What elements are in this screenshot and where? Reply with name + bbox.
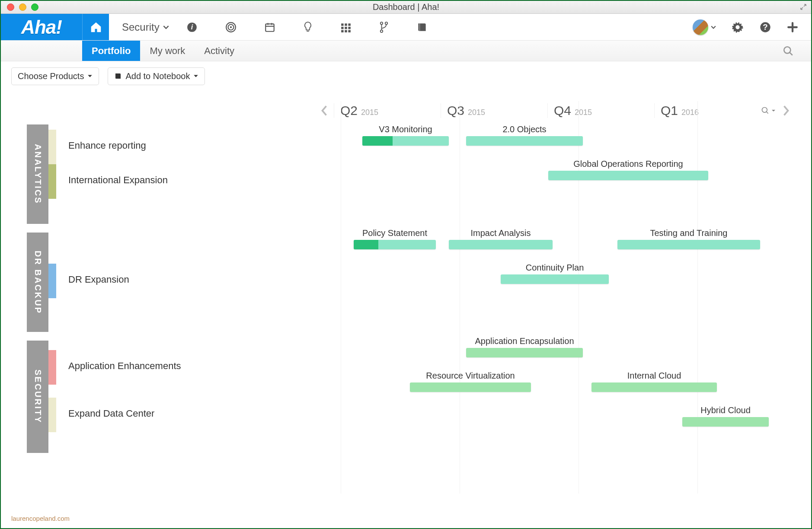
timeline-header: Q22015Q32015Q42015Q12016 [315, 101, 793, 120]
column-divider [341, 101, 341, 494]
add-icon[interactable] [787, 22, 798, 33]
row-label[interactable]: DR Expansion [68, 274, 129, 285]
row-label[interactable]: Expand Data Center [68, 408, 154, 419]
svg-rect-16 [341, 30, 343, 32]
timeline-next-button[interactable] [783, 105, 790, 116]
group-dr-backup[interactable]: DR BACKUP [27, 233, 48, 332]
svg-text:i: i [191, 23, 193, 31]
row-color-tab [48, 164, 56, 199]
svg-rect-15 [348, 26, 350, 29]
svg-line-28 [767, 112, 768, 114]
task-continuity-plan[interactable]: Continuity Plan [501, 263, 609, 284]
home-button[interactable] [82, 14, 109, 40]
chevron-down-icon [193, 73, 198, 79]
calendar-icon[interactable] [264, 22, 275, 33]
choose-products-dropdown[interactable]: Choose Products [11, 67, 99, 85]
chevron-down-icon [771, 108, 776, 113]
svg-point-21 [380, 30, 383, 32]
task-label: V3 Monitoring [362, 124, 449, 134]
timeline-prev-button[interactable] [315, 105, 334, 116]
product-dropdown[interactable]: Security [122, 21, 169, 33]
svg-line-26 [790, 52, 793, 55]
row-label[interactable]: Enhance reporting [68, 140, 146, 151]
task-bar [449, 240, 553, 249]
window-zoom-button[interactable] [31, 3, 38, 11]
product-dropdown-label: Security [122, 21, 160, 33]
choose-products-label: Choose Products [18, 71, 84, 81]
group-security[interactable]: SECURITY [27, 341, 48, 453]
task-bar [617, 240, 760, 249]
search-icon[interactable] [783, 45, 794, 57]
window-title: Dashboard | Aha! [373, 2, 439, 12]
window-close-button[interactable] [7, 3, 14, 11]
task-policy-statement[interactable]: Policy Statement [354, 228, 436, 249]
roadmap-board: V3 Monitoring2.0 ObjectsGlobal Operation… [27, 124, 793, 494]
bulb-icon[interactable] [303, 21, 313, 33]
add-to-notebook-dropdown[interactable]: Add to Notebook [108, 67, 205, 85]
svg-point-4 [230, 26, 232, 28]
task-bar [466, 136, 583, 146]
svg-rect-12 [348, 23, 350, 25]
svg-point-20 [385, 22, 387, 25]
top-nav: Aha! Security i ? [1, 14, 811, 41]
gear-icon[interactable] [732, 21, 744, 33]
group-analytics[interactable]: ANALYTICS [27, 124, 48, 224]
timeline-area[interactable]: V3 Monitoring2.0 ObjectsGlobal Operation… [315, 124, 793, 494]
tab-my-work[interactable]: My work [140, 41, 195, 61]
user-menu[interactable] [693, 19, 716, 35]
row-label[interactable]: Application Enhancements [68, 360, 181, 372]
help-icon[interactable]: ? [759, 21, 771, 33]
task-v3-monitoring[interactable]: V3 Monitoring [362, 124, 449, 146]
tab-activity[interactable]: Activity [195, 41, 244, 61]
task-testing-and-training[interactable]: Testing and Training [617, 228, 760, 249]
grid-icon[interactable] [340, 22, 352, 33]
timeline-column: Q22015 [334, 103, 441, 118]
svg-text:?: ? [763, 22, 767, 31]
book-icon[interactable] [416, 22, 428, 33]
search-icon [761, 106, 770, 115]
sub-nav: PortfolioMy workActivity [1, 41, 811, 61]
zoom-dropdown[interactable] [761, 106, 776, 115]
svg-rect-17 [345, 30, 347, 32]
svg-rect-10 [341, 23, 343, 25]
row-color-tab [48, 130, 56, 164]
svg-rect-13 [341, 26, 343, 29]
window-minimize-button[interactable] [19, 3, 26, 11]
svg-rect-18 [348, 30, 350, 32]
task-bar [354, 240, 436, 249]
window-titlebar: Dashboard | Aha! [1, 1, 811, 14]
task-label: Testing and Training [617, 228, 760, 238]
task-bar [682, 417, 769, 427]
task-bar [548, 171, 708, 180]
chevron-down-icon [163, 24, 169, 30]
task-hybrid-cloud[interactable]: Hybrid Cloud [682, 405, 769, 427]
add-notebook-label: Add to Notebook [125, 71, 190, 81]
task-label: Continuity Plan [501, 263, 609, 273]
row-label[interactable]: International Expansion [68, 175, 168, 186]
branch-icon[interactable] [379, 21, 389, 33]
task-impact-analysis[interactable]: Impact Analysis [449, 228, 553, 249]
task-internal-cloud[interactable]: Internal Cloud [591, 371, 717, 392]
svg-point-19 [380, 22, 383, 25]
task-global-operations-reporting[interactable]: Global Operations Reporting [548, 159, 708, 180]
task-label: Global Operations Reporting [548, 159, 708, 169]
timeline-column: Q42015 [547, 103, 654, 118]
tab-portfolio[interactable]: Portfolio [82, 41, 140, 61]
svg-rect-5 [265, 24, 274, 31]
task-label: Application Encapsulation [466, 336, 583, 346]
info-icon[interactable]: i [186, 22, 198, 33]
timeline-column: Q32015 [441, 103, 547, 118]
task-resource-virtualization[interactable]: Resource Virtualization [410, 371, 531, 392]
row-color-tab [48, 264, 56, 298]
brand-logo[interactable]: Aha! [1, 14, 82, 40]
task-2-0-objects[interactable]: 2.0 Objects [466, 124, 583, 146]
toolbar: Choose Products Add to Notebook [1, 61, 811, 91]
task-label: Hybrid Cloud [682, 405, 769, 415]
target-icon[interactable] [225, 22, 237, 33]
svg-point-27 [762, 108, 767, 113]
task-application-encapsulation[interactable]: Application Encapsulation [466, 336, 583, 357]
fullscreen-icon[interactable] [800, 3, 807, 10]
task-label: Policy Statement [354, 228, 436, 238]
task-label: Resource Virtualization [410, 371, 531, 381]
svg-point-25 [784, 47, 790, 53]
